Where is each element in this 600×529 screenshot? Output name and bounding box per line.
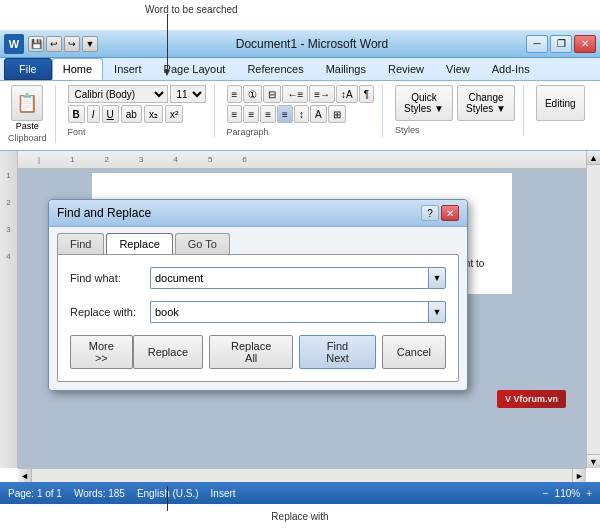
dialog-body: Find what: ▼ Replace with: ▼ — [57, 254, 459, 382]
top-annotation: Word to be searched — [145, 4, 238, 15]
bullets-button[interactable]: ≡ — [227, 85, 243, 103]
superscript-button[interactable]: x² — [165, 105, 183, 123]
replace-input[interactable] — [150, 301, 428, 323]
word-icon: W — [4, 34, 24, 54]
tab-file[interactable]: File — [4, 58, 52, 80]
strikethrough-button[interactable]: ab — [121, 105, 142, 123]
zoom-in-btn[interactable]: + — [586, 488, 592, 499]
borders-button[interactable]: ⊞ — [328, 105, 346, 123]
replace-label: Replace with: — [70, 306, 150, 318]
find-dropdown-arrow[interactable]: ▼ — [428, 267, 446, 289]
find-input-wrapper: ▼ — [150, 267, 446, 289]
tab-home[interactable]: Home — [52, 58, 103, 80]
font-name-select[interactable]: Calibri (Body) — [68, 85, 168, 103]
title-bar: W 💾 ↩ ↪ ▼ Document1 - Microsoft Word ─ ❐… — [0, 30, 600, 58]
more-button[interactable]: More >> — [70, 335, 133, 369]
clipboard-group: 📋 Paste Clipboard — [8, 85, 56, 143]
replace-dropdown-arrow[interactable]: ▼ — [428, 301, 446, 323]
bottom-annotation: Replace with — [271, 511, 328, 522]
replace-all-button[interactable]: Replace All — [209, 335, 293, 369]
align-right-button[interactable]: ≡ — [260, 105, 276, 123]
tab-page-layout[interactable]: Page Layout — [153, 58, 237, 80]
sort-button[interactable]: ↕A — [336, 85, 358, 103]
change-styles-button[interactable]: ChangeStyles ▼ — [457, 85, 515, 121]
tab-addins[interactable]: Add-Ins — [481, 58, 541, 80]
styles-label: Styles — [395, 125, 515, 135]
increase-indent-button[interactable]: ≡→ — [309, 85, 335, 103]
multilevel-button[interactable]: ⊟ — [263, 85, 281, 103]
minimize-btn[interactable]: ─ — [526, 35, 548, 53]
dialog-close-btn[interactable]: ✕ — [441, 205, 459, 221]
quick-styles-button[interactable]: QuickStyles ▼ — [395, 85, 453, 121]
paste-icon: 📋 — [11, 85, 43, 121]
scroll-left-btn[interactable]: ◄ — [18, 469, 32, 483]
vertical-scrollbar[interactable]: ▲ ▼ — [586, 151, 600, 468]
find-input[interactable] — [150, 267, 428, 289]
mode-info: Insert — [211, 488, 236, 499]
zoom-level: 110% — [555, 488, 581, 499]
find-next-button[interactable]: Find Next — [299, 335, 375, 369]
numbering-button[interactable]: ① — [243, 85, 262, 103]
tab-view[interactable]: View — [435, 58, 481, 80]
redo-quick-btn[interactable]: ↪ — [64, 36, 80, 52]
dialog-tab-bar: Find Replace Go To — [49, 227, 467, 254]
clipboard-label: Clipboard — [8, 133, 47, 143]
horizontal-ruler: |123456 — [18, 151, 586, 169]
scroll-up-btn[interactable]: ▲ — [587, 151, 600, 165]
tab-find[interactable]: Find — [57, 233, 104, 254]
restore-btn[interactable]: ❐ — [550, 35, 572, 53]
tab-goto[interactable]: Go To — [175, 233, 230, 254]
scroll-down-btn[interactable]: ▼ — [587, 454, 600, 468]
shading-button[interactable]: A — [310, 105, 327, 123]
save-quick-btn[interactable]: 💾 — [28, 36, 44, 52]
watermark: V Vforum.vn — [497, 390, 566, 408]
quick-access-toolbar: 💾 ↩ ↪ ▼ — [28, 36, 98, 52]
undo-quick-btn[interactable]: ↩ — [46, 36, 62, 52]
word-count: Words: 185 — [74, 488, 125, 499]
document-area: Quick Style Set command. Both the Themes… — [18, 169, 586, 468]
decrease-indent-button[interactable]: ←≡ — [282, 85, 308, 103]
align-center-button[interactable]: ≡ — [243, 105, 259, 123]
replace-input-wrapper: ▼ — [150, 301, 446, 323]
find-field-row: Find what: ▼ — [70, 267, 446, 289]
justify-button[interactable]: ≡ — [277, 105, 293, 123]
line-spacing-button[interactable]: ↕ — [294, 105, 309, 123]
customize-quick-btn[interactable]: ▼ — [82, 36, 98, 52]
underline-button[interactable]: U — [102, 105, 119, 123]
align-left-button[interactable]: ≡ — [227, 105, 243, 123]
dialog-actions: More >> Replace Replace All Find Next Ca… — [70, 335, 446, 369]
status-bar: Page: 1 of 1 Words: 185 English (U.S.) I… — [0, 482, 600, 504]
tab-insert[interactable]: Insert — [103, 58, 153, 80]
zoom-out-btn[interactable]: − — [543, 488, 549, 499]
tab-replace[interactable]: Replace — [106, 233, 172, 254]
paragraph-label: Paragraph — [227, 127, 375, 137]
find-replace-dialog: Find and Replace ? ✕ Find Replace Go To — [48, 199, 468, 391]
bold-button[interactable]: B — [68, 105, 85, 123]
font-size-select[interactable]: 11 — [170, 85, 206, 103]
replace-field-row: Replace with: ▼ — [70, 301, 446, 323]
tab-mailings[interactable]: Mailings — [315, 58, 377, 80]
dialog-title-text: Find and Replace — [57, 206, 151, 220]
ribbon: File Home Insert Page Layout References … — [0, 58, 600, 151]
tab-references[interactable]: References — [236, 58, 314, 80]
page-info: Page: 1 of 1 — [8, 488, 62, 499]
font-label: Font — [68, 127, 206, 137]
show-marks-button[interactable]: ¶ — [359, 85, 374, 103]
editing-button[interactable]: Editing — [536, 85, 585, 121]
find-label: Find what: — [70, 272, 150, 284]
replace-button[interactable]: Replace — [133, 335, 203, 369]
window-title: Document1 - Microsoft Word — [236, 37, 389, 51]
dialog-help-btn[interactable]: ? — [421, 205, 439, 221]
subscript-button[interactable]: x₂ — [144, 105, 163, 123]
italic-button[interactable]: I — [87, 105, 100, 123]
tab-review[interactable]: Review — [377, 58, 435, 80]
close-btn[interactable]: ✕ — [574, 35, 596, 53]
scroll-right-btn[interactable]: ► — [572, 469, 586, 483]
dialog-title-bar: Find and Replace ? ✕ — [49, 200, 467, 227]
cancel-button[interactable]: Cancel — [382, 335, 446, 369]
horizontal-scrollbar[interactable]: ◄ ► — [18, 468, 586, 482]
paste-button[interactable]: 📋 Paste — [11, 85, 43, 131]
vertical-ruler: 1234 — [0, 151, 18, 468]
